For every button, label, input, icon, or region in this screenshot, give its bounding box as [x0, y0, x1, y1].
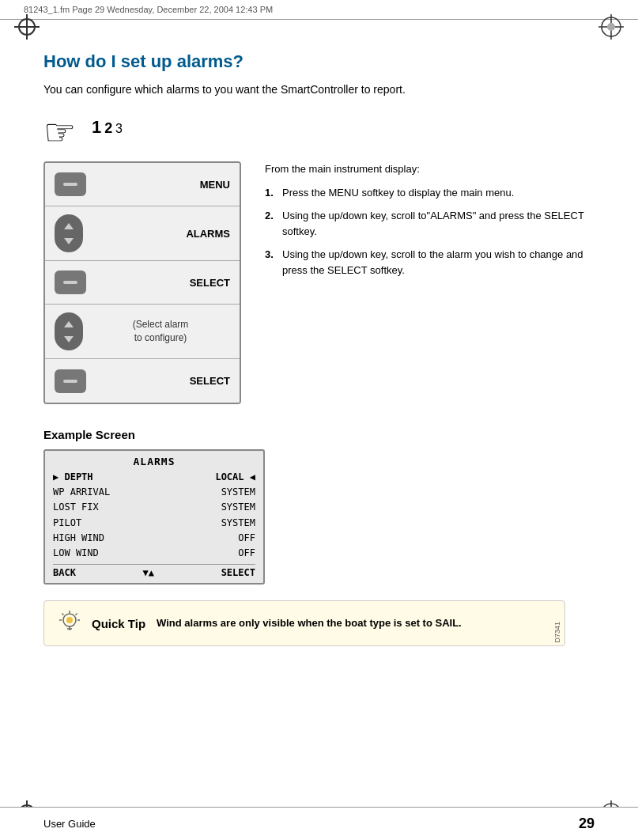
steps-header: From the main instrument display:	[265, 161, 595, 177]
step-1: 1	[92, 117, 101, 137]
scroll-down-icon	[64, 238, 74, 244]
scroll-button-alarms	[55, 214, 83, 252]
step-num-3: 3.	[265, 247, 274, 263]
scroll-down-icon-2	[64, 336, 74, 342]
select2-button-icon	[55, 369, 86, 393]
quick-tip-code: D7341	[553, 622, 561, 643]
example-title: Example Screen	[43, 428, 595, 441]
screen-row-1: WP ARRIVAL SYSTEM	[53, 485, 255, 500]
footer-left: User Guide	[43, 818, 96, 830]
corner-mark-tr	[598, 14, 624, 40]
header-text: 81243_1.fm Page 29 Wednesday, December 2…	[24, 5, 273, 14]
footer: User Guide 29	[0, 807, 638, 840]
svg-point-16	[66, 617, 73, 623]
screen-cell-right-4: OFF	[238, 531, 255, 546]
select2-label: SELECT	[190, 375, 230, 387]
screen-cell-right-3: SYSTEM	[221, 516, 255, 531]
device-row-configure: (Select alarmto configure)	[45, 305, 240, 359]
alarms-label: ALARMS	[186, 228, 230, 240]
step-num-1: 1.	[265, 185, 274, 201]
step-text-3: Using the up/down key, scroll to the ala…	[282, 248, 583, 276]
footer-page: 29	[579, 815, 595, 832]
screen-cell-right-5: OFF	[238, 546, 255, 561]
page-title: How do I set up alarms?	[43, 51, 595, 72]
scroll-up-icon-2	[64, 321, 74, 327]
screen-cell-right-2: SYSTEM	[221, 500, 255, 515]
screen-select: SELECT	[221, 567, 255, 578]
screen-title: ALARMS	[53, 456, 255, 467]
svg-point-3	[607, 23, 615, 31]
device-panel-col: MENU ALARMS SELECT	[43, 161, 241, 404]
screen-container: ALARMS ▶ DEPTH LOCAL ◀ WP ARRIVAL SYSTEM…	[43, 449, 265, 585]
screen-cell-left-1: WP ARRIVAL	[53, 485, 110, 500]
intro-text: You can configure which alarms to you wa…	[43, 81, 595, 98]
device-row-select2: SELECT	[45, 359, 240, 403]
device-row-alarms: ALARMS	[45, 206, 240, 261]
screen-row-0: ▶ DEPTH LOCAL ◀	[53, 470, 255, 485]
corner-mark-tl	[14, 14, 40, 40]
step-2: 2	[104, 120, 112, 136]
screen-row-2: LOST FIX SYSTEM	[53, 500, 255, 515]
screen-row-3: PILOT SYSTEM	[53, 516, 255, 531]
menu-label: MENU	[200, 179, 230, 191]
step-text-2: Using the up/down key, scroll to"ALARMS"…	[282, 210, 584, 237]
header-bar: 81243_1.fm Page 29 Wednesday, December 2…	[0, 0, 638, 20]
example-screen-section: Example Screen ALARMS ▶ DEPTH LOCAL ◀ WP…	[43, 428, 595, 646]
main-content: How do I set up alarms? You can configur…	[0, 20, 638, 670]
screen-row-5: LOW WIND OFF	[53, 546, 255, 561]
select1-label: SELECT	[190, 277, 230, 289]
hand-icon: ☞	[43, 114, 76, 150]
quick-tip-text: Wind alarms are only visible when the bo…	[157, 616, 553, 630]
screen-nav-arrows: ▼▲	[143, 567, 154, 578]
device-row-menu: MENU	[45, 163, 240, 206]
screen-bottom-row: BACK ▼▲ SELECT	[53, 564, 255, 578]
device-panel: MENU ALARMS SELECT	[43, 161, 241, 404]
screen-cell-left-0: ▶ DEPTH	[53, 470, 93, 485]
lightbulb-icon	[55, 609, 84, 638]
top-area: ☞ 1 2 3	[43, 114, 595, 150]
svg-line-15	[76, 614, 77, 615]
screen-cell-left-2: LOST FIX	[53, 500, 99, 515]
menu-button-icon	[55, 172, 86, 196]
scroll-up-icon	[64, 223, 74, 229]
screen-back: BACK	[53, 567, 76, 578]
screen-row-4: HIGH WIND OFF	[53, 531, 255, 546]
step-indicator: 1 2 3	[92, 114, 123, 138]
step-item-1: 1. Press the MENU softkey to display the…	[265, 185, 595, 201]
svg-line-14	[62, 614, 64, 615]
select-button-icon	[55, 271, 86, 294]
screen-cell-left-4: HIGH WIND	[53, 531, 104, 546]
screen-cell-left-5: LOW WIND	[53, 546, 99, 561]
screen-cell-right-0: LOCAL ◀	[215, 470, 255, 485]
quick-tip-label: Quick Tip	[92, 617, 145, 630]
device-row-select1: SELECT	[45, 261, 240, 305]
screen-cell-right-1: SYSTEM	[221, 485, 255, 500]
steps-list: 1. Press the MENU softkey to display the…	[265, 185, 595, 278]
quick-tip-box: Quick Tip Wind alarms are only visible w…	[43, 600, 565, 646]
step-3: 3	[115, 122, 123, 135]
two-col-layout: MENU ALARMS SELECT	[43, 161, 595, 404]
step-num-2: 2.	[265, 208, 274, 224]
configure-label: (Select alarmto configure)	[91, 318, 230, 345]
steps-col: From the main instrument display: 1. Pre…	[265, 161, 595, 404]
step-item-2: 2. Using the up/down key, scroll to"ALAR…	[265, 208, 595, 239]
step-item-3: 3. Using the up/down key, scroll to the …	[265, 247, 595, 278]
scroll-button-configure	[55, 312, 83, 350]
screen-cell-left-3: PILOT	[53, 516, 81, 531]
step-text-1: Press the MENU softkey to display the ma…	[282, 187, 514, 199]
